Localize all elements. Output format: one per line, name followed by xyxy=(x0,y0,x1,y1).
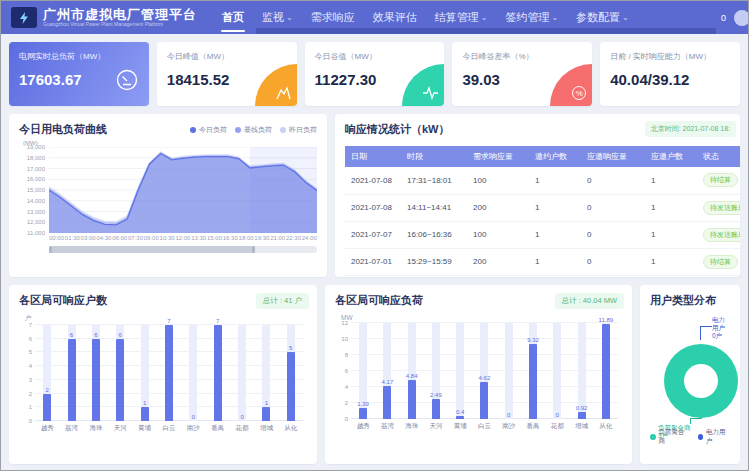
district-users-xlabels: 越秀荔湾海珠天河黄埔白云南沙番禺花都增城从化 xyxy=(35,424,303,433)
user-type-title: 用户类型分布 xyxy=(650,293,730,308)
bar[interactable] xyxy=(141,407,149,421)
y-axis-tick: 12 xyxy=(335,320,348,326)
x-axis-tick: 南沙 xyxy=(497,422,521,431)
x-axis-tick: 海珠 xyxy=(400,422,424,431)
district-load-panel: 各区局可响应负荷 总计 : 40.04 MW MW 0246810121.394… xyxy=(325,285,632,464)
bar-column: 4.62 xyxy=(472,323,496,419)
cell-confirmed: 0 xyxy=(581,167,645,194)
x-axis-tick: 06:00 xyxy=(112,235,127,241)
legend-item-baseline[interactable]: 基线负荷 xyxy=(235,125,272,135)
kpi-card-today-valley: 今日谷值（MW） 11227.30 xyxy=(305,42,445,106)
bar[interactable] xyxy=(432,399,440,419)
y-axis-tick: 12,000 xyxy=(19,219,45,225)
bar[interactable] xyxy=(602,324,610,419)
bar[interactable] xyxy=(529,344,537,419)
y-axis-tick: 0 xyxy=(19,418,32,424)
datazoom-handle-right[interactable] xyxy=(252,246,255,253)
bar-value-label: 2 xyxy=(46,387,49,393)
bar-value-label: 0 xyxy=(507,412,510,418)
bar[interactable] xyxy=(262,407,270,421)
bar-track xyxy=(456,323,464,419)
legend-item-yesterday[interactable]: 昨日负荷 xyxy=(280,125,317,135)
status-badge: 待结算 xyxy=(703,173,738,187)
bar-track xyxy=(553,323,561,419)
datazoom-handle-left[interactable] xyxy=(49,246,52,253)
bar[interactable] xyxy=(383,386,391,419)
bar-column: 6 xyxy=(84,325,108,421)
y-axis-unit: (MW) xyxy=(23,140,317,146)
bar-column: 6 xyxy=(108,325,132,421)
cell-invited: 1 xyxy=(529,167,581,194)
cell-date: 2021-07-08 xyxy=(345,194,401,221)
user-type-donut[interactable] xyxy=(664,344,738,418)
bar[interactable] xyxy=(578,412,586,419)
bar-column: 1.39 xyxy=(351,323,375,419)
x-axis-tick: 荔湾 xyxy=(375,422,399,431)
bar-value-label: 0 xyxy=(556,412,559,418)
x-axis-tick: 天河 xyxy=(108,424,132,433)
kpi-label: 日前 / 实时响应能力（MW） xyxy=(610,51,730,62)
bar[interactable] xyxy=(214,325,222,421)
y-axis-tick: 18,000 xyxy=(19,155,45,161)
bar[interactable] xyxy=(408,380,416,419)
kpi-label: 电网实时总负荷（MW） xyxy=(19,51,139,62)
bar-value-label: 2.49 xyxy=(430,392,442,398)
legend-item-aggregator[interactable]: 负荷聚合商 xyxy=(650,428,689,446)
bar[interactable] xyxy=(456,416,464,419)
bar[interactable] xyxy=(68,339,76,421)
x-axis-tick: 18:00 xyxy=(239,235,254,241)
x-axis-tick: 22:30 xyxy=(286,235,301,241)
y-axis-unit: MW xyxy=(341,314,622,321)
cell-invited: 1 xyxy=(529,221,581,248)
avatar[interactable] xyxy=(734,10,749,26)
bar-value-label: 5 xyxy=(289,345,292,351)
cell-confirmed: 0 xyxy=(581,221,645,248)
table-row: 2021-07-0716:06~16:36100101待发送账单查看 xyxy=(345,221,740,248)
bar[interactable] xyxy=(43,394,51,421)
bar[interactable] xyxy=(116,339,124,421)
bar-value-label: 0.4 xyxy=(456,409,464,415)
y-axis-tick: 0 xyxy=(335,416,348,422)
y-axis-tick: 13,000 xyxy=(19,209,45,215)
notification-count[interactable]: 0 xyxy=(721,13,726,23)
bar[interactable] xyxy=(480,382,488,419)
bar[interactable] xyxy=(359,408,367,419)
app-window: 广州市虚拟电厂管理平台 Guangzhou Virtual Power Plan… xyxy=(0,0,749,471)
callout-power-users: 电力用户 0户 xyxy=(712,316,730,340)
x-axis-tick: 花都 xyxy=(230,424,254,433)
x-axis-tick: 南沙 xyxy=(181,424,205,433)
bar-value-label: 6 xyxy=(94,332,97,338)
y-axis-tick: 2 xyxy=(335,400,348,406)
x-axis-tick: 从化 xyxy=(594,422,618,431)
legend-item-power-user[interactable]: 电力用户 xyxy=(698,428,730,446)
x-axis-tick: 番禺 xyxy=(521,422,545,431)
bar[interactable] xyxy=(92,339,100,421)
bar[interactable] xyxy=(165,325,173,421)
chevron-down-icon: ⌄ xyxy=(286,13,293,22)
col-demand: 需求响应量 xyxy=(467,146,529,167)
response-table-panel: 响应情况统计（kW） 北京时间: 2021-07-08 18: 日期 时段 需求… xyxy=(335,114,740,277)
status-badge: 待发送账单 xyxy=(703,228,740,242)
bar-column: 2 xyxy=(35,325,59,421)
legend-item-today[interactable]: 今日负荷 xyxy=(190,125,227,135)
table-row: 2021-07-0814:11~14:41200101待发送账单查看 xyxy=(345,194,740,221)
cell-responded: 1 xyxy=(645,221,697,248)
bar-column: 7 xyxy=(206,325,230,421)
datazoom-selected-range[interactable] xyxy=(49,246,255,253)
col-status: 状态 xyxy=(697,146,740,167)
bar-track xyxy=(238,325,246,421)
response-table: 日期 时段 需求响应量 邀约户数 应邀响应量 应邀户数 状态 操作 2021-0… xyxy=(345,146,740,276)
cell-responded: 1 xyxy=(645,248,697,275)
bar-column: 7 xyxy=(157,325,181,421)
cell-demand: 200 xyxy=(467,194,529,221)
y-axis-tick: 6 xyxy=(335,368,348,374)
total-users-badge: 总计 : 41 户 xyxy=(256,293,309,309)
datazoom-slider[interactable] xyxy=(49,246,317,253)
cell-confirmed: 0 xyxy=(581,194,645,221)
x-axis-tick: 21:00 xyxy=(270,235,285,241)
nav-item-home[interactable]: 首页 xyxy=(213,1,253,34)
bar[interactable] xyxy=(287,352,295,421)
bar-track xyxy=(189,325,197,421)
x-axis-tick: 00:00 xyxy=(49,235,64,241)
bar-value-label: 9.32 xyxy=(527,337,539,343)
